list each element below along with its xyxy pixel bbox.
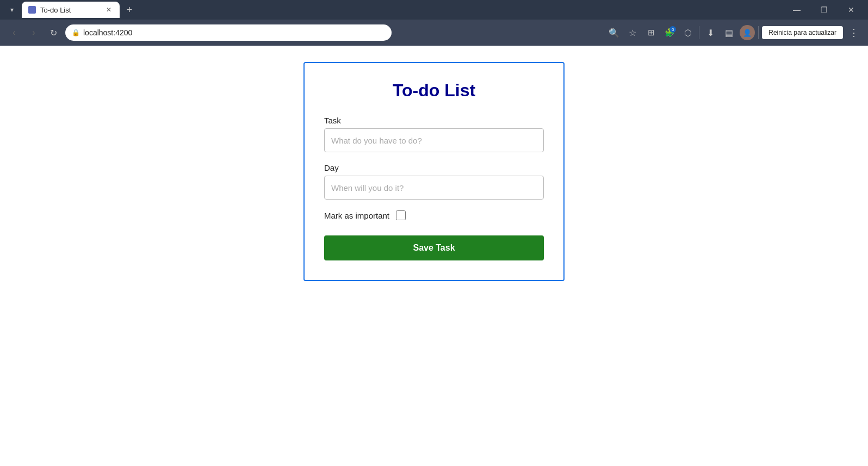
important-checkbox[interactable] xyxy=(396,210,406,220)
title-bar: ▾ To-do List ✕ + — ❐ ✕ xyxy=(0,0,868,20)
toolbar-right: 🔍 ☆ ⊞ 🧩 0 ⬡ ⬇ ▤ 👤 Reinicia para actualiz… xyxy=(606,25,861,40)
important-label: Mark as important xyxy=(324,211,389,220)
browser-frame: ▾ To-do List ✕ + — ❐ ✕ ‹ › ↻ 🔒 localhost… xyxy=(0,0,868,466)
minimize-button[interactable]: — xyxy=(784,2,809,17)
share-icon[interactable]: ⬡ xyxy=(680,25,696,40)
back-button[interactable]: ‹ xyxy=(7,25,22,40)
tab-title: To-do List xyxy=(40,6,71,14)
update-button[interactable]: Reinicia para actualizar xyxy=(762,26,843,39)
bookmark-icon[interactable]: ☆ xyxy=(625,25,640,40)
close-button[interactable]: ✕ xyxy=(839,2,864,17)
new-tab-button[interactable]: + xyxy=(122,2,137,17)
profile-avatar[interactable]: 👤 xyxy=(740,25,755,40)
page-title: To-do List xyxy=(324,80,544,101)
lock-icon: 🔒 xyxy=(72,29,80,36)
toolbar-divider-2 xyxy=(758,26,759,39)
refresh-button[interactable]: ↻ xyxy=(46,25,61,40)
page-content: To-do List Task Day Mark as important Sa… xyxy=(0,46,868,466)
address-text: localhost:4200 xyxy=(83,28,385,37)
todo-card: To-do List Task Day Mark as important Sa… xyxy=(303,62,565,281)
active-tab[interactable]: To-do List ✕ xyxy=(22,2,120,18)
extensions-manage-icon[interactable]: 🧩 0 xyxy=(662,25,677,40)
address-input-wrap[interactable]: 🔒 localhost:4200 xyxy=(65,24,392,41)
tab-list-button[interactable]: ▾ xyxy=(4,2,20,17)
download-icon[interactable]: ⬇ xyxy=(703,25,718,40)
menu-icon[interactable]: ⋮ xyxy=(846,25,861,40)
sidebar-icon[interactable]: ▤ xyxy=(721,25,736,40)
tab-favicon xyxy=(28,6,36,14)
task-label: Task xyxy=(324,116,544,125)
save-task-button[interactable]: Save Task xyxy=(324,235,544,260)
tab-close-button[interactable]: ✕ xyxy=(104,5,113,14)
day-field-group: Day xyxy=(324,163,544,200)
window-controls: — ❐ ✕ xyxy=(784,2,864,17)
tab-strip: ▾ To-do List ✕ + xyxy=(4,2,782,18)
forward-button[interactable]: › xyxy=(26,25,41,40)
important-row: Mark as important xyxy=(324,210,544,220)
search-icon[interactable]: 🔍 xyxy=(606,25,622,40)
extension-icon[interactable]: ⊞ xyxy=(643,25,659,40)
task-field-group: Task xyxy=(324,116,544,152)
address-bar: ‹ › ↻ 🔒 localhost:4200 🔍 ☆ ⊞ 🧩 0 ⬡ ⬇ ▤ 👤… xyxy=(0,20,868,46)
task-input[interactable] xyxy=(324,128,544,152)
toolbar-divider xyxy=(699,26,699,39)
day-label: Day xyxy=(324,163,544,172)
day-input[interactable] xyxy=(324,176,544,200)
badge-count: 0 xyxy=(669,26,676,33)
maximize-button[interactable]: ❐ xyxy=(811,2,836,17)
